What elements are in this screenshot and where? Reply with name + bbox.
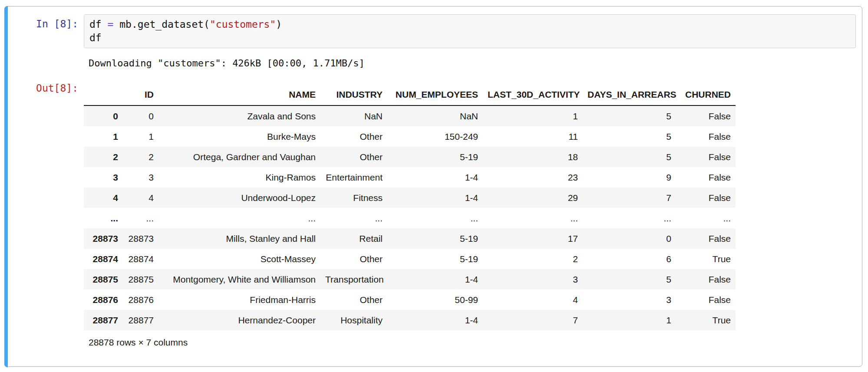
table-cell: 1-4	[387, 167, 483, 188]
table-cell: Other	[320, 147, 387, 167]
column-header: DAYS_IN_ARREARS	[583, 79, 676, 105]
table-cell: 2	[123, 147, 158, 167]
table-cell: 4	[483, 290, 583, 310]
notebook-cell[interactable]: In [8]: df = mb.get_dataset("customers")…	[4, 6, 862, 367]
table-cell: 7	[583, 188, 676, 208]
table-row: 44Underwood-LopezFitness1-4297False	[84, 188, 736, 208]
table-row: 2887328873Mills, Stanley and HallRetail5…	[84, 228, 736, 249]
table-row: 33King-RamosEntertainment1-4239False	[84, 167, 736, 188]
index-corner-header	[84, 79, 123, 105]
row-index: 28874	[84, 249, 123, 269]
table-row: 11Burke-MaysOther150-249115False	[84, 126, 736, 147]
table-cell: 5	[583, 147, 676, 167]
cell-selection-indicator[interactable]	[4, 6, 8, 367]
table-row: 22Ortega, Gardner and VaughanOther5-1918…	[84, 147, 736, 167]
code-line: df	[89, 31, 850, 45]
table-cell: 0	[583, 228, 676, 249]
row-index: 4	[84, 188, 123, 208]
table-cell: True	[676, 249, 736, 269]
column-header: ID	[123, 79, 158, 105]
table-cell: ...	[123, 208, 158, 228]
table-cell: 5-19	[387, 228, 483, 249]
table-cell: 3	[583, 290, 676, 310]
row-index: 28875	[84, 269, 123, 290]
table-cell: Mills, Stanley and Hall	[158, 228, 320, 249]
row-index: 28873	[84, 228, 123, 249]
table-cell: Other	[320, 290, 387, 310]
table-cell: False	[676, 126, 736, 147]
table-cell: Retail	[320, 228, 387, 249]
table-cell: False	[676, 228, 736, 249]
output-content: IDNAMEINDUSTRYNUM_EMPLOYEESLAST_30D_ACTI…	[84, 79, 856, 358]
table-cell: Hernandez-Cooper	[158, 310, 320, 330]
header-row: IDNAMEINDUSTRYNUM_EMPLOYEESLAST_30D_ACTI…	[84, 79, 736, 105]
table-cell: Zavala and Sons	[158, 105, 320, 126]
table-cell: 17	[483, 228, 583, 249]
table-cell: 5-19	[387, 249, 483, 269]
row-index: 2	[84, 147, 123, 167]
table-cell: 1	[483, 105, 583, 126]
table-cell: 1	[123, 126, 158, 147]
table-cell: False	[676, 269, 736, 290]
table-cell: 28876	[123, 290, 158, 310]
table-cell: Fitness	[320, 188, 387, 208]
column-header: NUM_EMPLOYEES	[387, 79, 483, 105]
table-cell: Other	[320, 126, 387, 147]
row-index: 1	[84, 126, 123, 147]
dataframe-table: IDNAMEINDUSTRYNUM_EMPLOYEESLAST_30D_ACTI…	[84, 79, 736, 330]
code-editor[interactable]: df = mb.get_dataset("customers")df	[84, 14, 856, 48]
table-cell: Hospitality	[320, 310, 387, 330]
table-cell: True	[676, 310, 736, 330]
output-area: Out[8]: IDNAMEINDUSTRYNUM_EMPLOYEESLAST_…	[8, 79, 856, 358]
table-cell: 1-4	[387, 188, 483, 208]
dataframe-shape: 28878 rows × 7 columns	[84, 337, 856, 348]
table-cell: 1-4	[387, 269, 483, 290]
column-header: LAST_30D_ACTIVITY	[483, 79, 583, 105]
table-cell: NaN	[387, 105, 483, 126]
table-cell: Ortega, Gardner and Vaughan	[158, 147, 320, 167]
table-cell: False	[676, 167, 736, 188]
table-cell: 28875	[123, 269, 158, 290]
table-cell: ...	[320, 208, 387, 228]
table-row: 2887728877Hernandez-CooperHospitality1-4…	[84, 310, 736, 330]
table-cell: 5	[583, 105, 676, 126]
stdout-output: Downloading "customers": 426kB [00:00, 1…	[84, 58, 856, 69]
table-cell: False	[676, 105, 736, 126]
table-cell: ...	[583, 208, 676, 228]
table-cell: Transportation	[320, 269, 387, 290]
table-row: 2887628876Friedman-HarrisOther50-9943Fal…	[84, 290, 736, 310]
table-cell: Other	[320, 249, 387, 269]
table-cell: Entertainment	[320, 167, 387, 188]
table-cell: 50-99	[387, 290, 483, 310]
cell-content: In [8]: df = mb.get_dataset("customers")…	[5, 7, 862, 358]
table-cell: 150-249	[387, 126, 483, 147]
code-line: df = mb.get_dataset("customers")	[89, 18, 850, 31]
input-prompt: In [8]:	[8, 14, 84, 30]
table-cell: NaN	[320, 105, 387, 126]
table-cell: 29	[483, 188, 583, 208]
table-cell: 5	[583, 269, 676, 290]
column-header: CHURNED	[676, 79, 736, 105]
table-cell: 6	[583, 249, 676, 269]
table-cell: 9	[583, 167, 676, 188]
table-row: 00Zavala and SonsNaNNaN15False	[84, 105, 736, 126]
table-cell: ...	[387, 208, 483, 228]
table-cell: 4	[123, 188, 158, 208]
row-index: 28876	[84, 290, 123, 310]
table-cell: 5-19	[387, 147, 483, 167]
table-cell: 11	[483, 126, 583, 147]
table-cell: 18	[483, 147, 583, 167]
table-cell: 28874	[123, 249, 158, 269]
table-cell: Scott-Massey	[158, 249, 320, 269]
row-index: 28877	[84, 310, 123, 330]
table-cell: King-Ramos	[158, 167, 320, 188]
row-index: 3	[84, 167, 123, 188]
table-cell: 28877	[123, 310, 158, 330]
table-row: ........................	[84, 208, 736, 228]
table-cell: 3	[483, 269, 583, 290]
table-cell: 7	[483, 310, 583, 330]
input-area: In [8]: df = mb.get_dataset("customers")…	[8, 14, 856, 48]
table-cell: ...	[676, 208, 736, 228]
column-header: INDUSTRY	[320, 79, 387, 105]
table-cell: 3	[123, 167, 158, 188]
